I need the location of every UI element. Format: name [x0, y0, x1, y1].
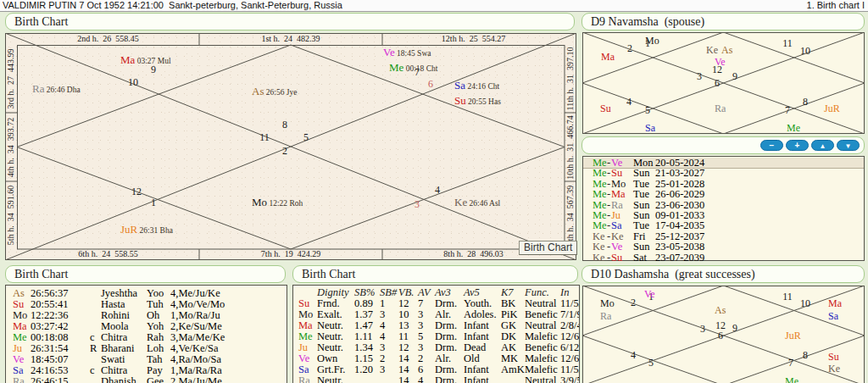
planet-abbr: Ke: [454, 196, 467, 208]
title-bar: VALDIMIR PUTIN 7 Oct 1952 14:21:00 Sankt…: [0, 0, 868, 12]
planet-abbr: Ve: [644, 288, 655, 300]
planet-label: Ma: [828, 296, 842, 309]
planet-label: JuR: [824, 101, 840, 114]
cell: Neutr.: [317, 375, 343, 383]
planet-label: Ra 26:46 Dha: [32, 81, 81, 95]
bhava-label: 8th h. 28 496.03: [443, 250, 503, 258]
birth-chart-canvas[interactable]: 910811527612143Ma 03:27 MulRa 26:46 DhaA…: [5, 33, 576, 260]
dasha-dash: -: [607, 179, 610, 189]
down-button[interactable]: ▼: [837, 140, 860, 151]
dasha-day: Fri: [633, 231, 646, 241]
dasha-dash: -: [607, 189, 610, 199]
planet-label: Mo: [645, 33, 659, 47]
planet-degree: 26:46 Asl: [467, 199, 500, 208]
dasha-lord: Ke: [593, 231, 605, 241]
main-chart-header: Birth Chart: [5, 13, 575, 31]
dasha-dash: -: [607, 220, 610, 230]
dasha-dash: -: [607, 158, 610, 168]
up-button[interactable]: ▲: [811, 140, 834, 151]
planet-label: JuR: [785, 328, 801, 341]
planet-degree: 12:22 Roh: [267, 199, 303, 208]
cell: Drm.: [435, 375, 457, 383]
d9-chart-canvas[interactable]: 121110123964587MoMaKeAsVeSuSaRaJuRMe: [582, 32, 865, 134]
cell: Infant: [464, 375, 489, 383]
planet-abbr: Sa: [645, 122, 655, 134]
dasha-day: Tue: [633, 189, 649, 199]
bhava-label: 11th h. 31 397.10: [566, 47, 575, 111]
planet-label: Ke: [828, 361, 840, 375]
dasha-row[interactable]: Ke-VeSun23-05-2038: [583, 241, 864, 252]
cell-nakshatra: Dhanish.: [101, 376, 139, 383]
dasha-date: 21-03-2027: [655, 168, 704, 178]
house-number: 9: [732, 323, 737, 333]
dasha-row[interactable]: Me-SuSun21-03-2027: [583, 168, 864, 178]
dasha-lord: Me: [593, 200, 607, 210]
planet-label: Ke 26:46 Asl: [454, 195, 500, 208]
planet-abbr: Sa: [828, 310, 838, 322]
dasha-date: 20-05-2024: [655, 158, 704, 168]
dasha-day: Sun: [633, 168, 649, 178]
dasha-list[interactable]: Me-VeMon20-05-2024Me-SuSun21-03-2027Me-M…: [582, 156, 865, 261]
dasha-row[interactable]: Me-RaSun23-06-2030: [583, 200, 864, 210]
dasha-row[interactable]: Me-SaTue17-04-2035: [583, 220, 864, 230]
house-number: 6: [715, 78, 720, 88]
dasha-date: 25-01-2028: [655, 179, 704, 189]
dasha-date: 23-06-2030: [655, 200, 704, 210]
planet-label: Mo: [600, 296, 615, 309]
cell: 3/9/5: [560, 375, 580, 383]
house-number: 10: [128, 77, 138, 87]
planet-abbr: Sa: [454, 79, 465, 92]
positions-table-header: Birth Chart: [5, 265, 286, 283]
planet-label: As: [715, 303, 726, 316]
planet-label: Ma: [601, 49, 615, 63]
plus-button[interactable]: +: [786, 140, 809, 151]
dasha-row[interactable]: Me-JuSun09-01-2033: [583, 210, 864, 220]
bhava-label: 6th h. 24 558.55: [78, 250, 137, 258]
dasha-row[interactable]: Me-VeMon20-05-2024: [583, 158, 864, 169]
bhava-label: 5th h. 34 591.60: [7, 186, 15, 245]
planet-label: JuR 26:31 Bha: [120, 222, 173, 236]
up-icon: ▲: [820, 142, 826, 150]
dasha-sublord: Ke: [611, 231, 624, 241]
cell-lords: 2,Ma/Ju/Me: [170, 376, 222, 383]
d10-chart-canvas[interactable]: 121110123964587VeMoRaAsMaSaJuRSuKeMe: [582, 286, 865, 383]
d9-chart-header: D9 Navamsha (spouse): [581, 13, 865, 31]
dasha-lord: Me: [593, 210, 607, 220]
planet-degree: 26:31 Bha: [137, 226, 173, 235]
house-number: 5: [648, 358, 654, 368]
house-number: 4: [435, 185, 440, 195]
dasha-lord: Me: [593, 179, 607, 189]
planet-abbr: Mo: [600, 297, 615, 309]
minus-button[interactable]: −: [760, 140, 783, 151]
planet-label: Sa: [645, 120, 655, 134]
chart-selector-label: 1. Birth chart I: [807, 0, 865, 10]
planet-label: Ve: [644, 286, 655, 300]
dasha-day: Tue: [633, 220, 649, 230]
planet-label: Su: [600, 101, 611, 114]
planet-abbr: JuR: [785, 330, 801, 341]
person-birth-data: VALDIMIR PUTIN 7 Oct 1952 14:21:00 Sankt…: [3, 0, 342, 10]
dasha-row[interactable]: Ke-SuSat23-07-2039: [583, 253, 864, 263]
dasha-day: Tue: [633, 179, 649, 189]
dasha-date: 26-06-2029: [655, 189, 704, 199]
planet-label: Ve 18:45 Swa: [383, 45, 431, 58]
house-number: 11: [782, 291, 793, 302]
planet-abbr: JuR: [120, 223, 137, 236]
dasha-dash: -: [607, 168, 610, 178]
house-number: 6: [718, 330, 723, 341]
planet-label: Mo 12:22 Roh: [252, 195, 303, 208]
planet-label: Sa: [828, 308, 838, 322]
house-number: 10: [800, 298, 810, 308]
cell-planet: Ra: [13, 376, 25, 383]
planet-degree: 03:27 Mul: [135, 57, 170, 65]
dasha-day: Sat: [633, 253, 647, 263]
dasha-date: 23-05-2038: [655, 241, 704, 252]
planet-label: Su 20:55 Has: [454, 93, 501, 107]
chart-lines: [5, 33, 576, 260]
strength-row: RaNeutr.144Drm.InfantNeutral3/9/5: [293, 375, 579, 383]
dasha-row[interactable]: Me-MaTue26-06-2029: [583, 189, 864, 199]
dasha-row[interactable]: Ke-KeFri25-12-2037: [583, 231, 864, 241]
planet-abbr: Me: [389, 61, 403, 74]
planet-abbr: Mo: [645, 35, 659, 47]
dasha-lord: Ke: [593, 253, 605, 263]
